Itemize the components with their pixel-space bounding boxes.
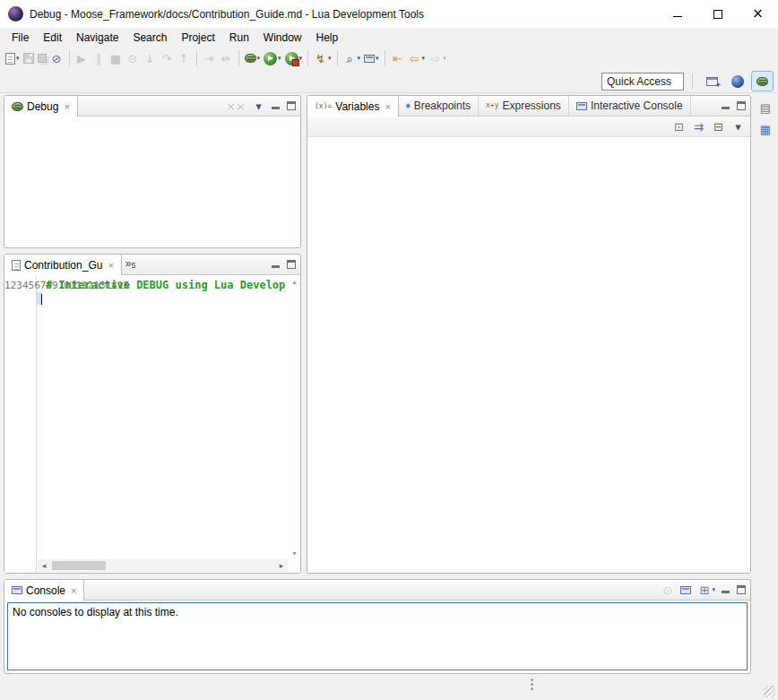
text-caret (41, 294, 42, 305)
save-all-icon[interactable] (36, 48, 48, 68)
tab-breakpoints[interactable]: ◉Breakpoints (399, 96, 479, 116)
remove-all-terminated-icon[interactable]: ×× (224, 97, 247, 115)
maximize-view-icon-shape (287, 260, 296, 269)
window-resize-grip[interactable] (764, 686, 775, 697)
tab-interactive-console-icon (576, 102, 587, 110)
maximize-view-icon[interactable] (285, 97, 298, 115)
display-selected-console-icon[interactable] (679, 581, 693, 599)
editor-line-2[interactable]: # Interactive DEBUG using Lua Develop (41, 279, 285, 291)
back-icon[interactable]: ⇦▾ (406, 48, 428, 68)
perspective-switcher (701, 71, 774, 91)
minimize-window-button[interactable] (657, 0, 697, 28)
tab-label: Expressions (503, 99, 561, 112)
terminate-icon[interactable]: ■ (108, 48, 125, 68)
maximize-view-icon[interactable] (735, 581, 748, 599)
use-step-filters-icon[interactable]: ↮ (218, 48, 235, 68)
menu-search[interactable]: Search (125, 30, 174, 46)
sash-grip[interactable] (531, 678, 533, 681)
scroll-left-icon[interactable]: ◂ (38, 559, 50, 572)
minimize-view-icon[interactable] (270, 255, 282, 273)
debug-icon[interactable]: ▾ (243, 48, 263, 68)
open-console-icon[interactable]: ⊞▾ (696, 581, 717, 599)
tab-variables[interactable]: (x)=Variables× (307, 96, 399, 117)
debug-view: Debug × ××▾ (4, 95, 301, 248)
collapse-all-icon[interactable]: ⊟ (710, 117, 727, 137)
menu-help[interactable]: Help (309, 30, 346, 46)
resume-icon[interactable]: ▶ (73, 48, 91, 68)
minimize-view-icon[interactable] (720, 581, 732, 599)
tab-label: Console (26, 584, 65, 597)
run-icon[interactable]: ▾ (262, 48, 283, 68)
lua-perspective-icon[interactable] (726, 71, 748, 91)
toolbar-separator (238, 50, 239, 66)
disconnect-icon[interactable]: ⊝ (125, 48, 142, 68)
minimize-view-icon-shape (722, 586, 730, 594)
minimized-view-outline-icon[interactable]: ▦ (756, 120, 774, 138)
dropdown-arrow-icon: ▾ (16, 55, 20, 62)
chevron-icon: » (125, 257, 132, 270)
variables-tab-list: (x)=Variables×◉Breakpointsx+yExpressions… (307, 96, 691, 116)
menu-project[interactable]: Project (174, 30, 221, 46)
new-wizard-icon[interactable]: ▾ (4, 48, 22, 68)
editor-line-15[interactable] (37, 292, 42, 305)
open-resource-icon[interactable]: ▾ (362, 48, 381, 68)
maximize-window-button[interactable] (697, 0, 738, 28)
step-over-icon[interactable]: ↷ (159, 48, 176, 68)
maximize-view-icon[interactable] (285, 255, 298, 273)
text-editor[interactable]: # Interactive DEBUG using Lua DevelopThe… (37, 276, 289, 573)
editor-vertical-scrollbar[interactable]: ▴ ▾ (289, 276, 300, 573)
close-icon[interactable]: × (108, 260, 113, 271)
variables-window-buttons (720, 96, 750, 116)
scroll-up-icon[interactable]: ▴ (292, 279, 296, 286)
skip-all-breakpoints-icon[interactable]: ⊘ (48, 48, 65, 68)
editor-window-buttons (270, 255, 300, 274)
show-type-names-icon[interactable]: ⊡ (670, 117, 687, 137)
view-menu-icon[interactable]: ▾ (730, 117, 747, 137)
maximize-view-icon[interactable] (735, 97, 748, 115)
step-return-icon[interactable]: ↑ (176, 48, 193, 68)
search-icon[interactable]: ⌕▾ (341, 48, 363, 68)
dropdown-arrow-icon: ▾ (257, 55, 261, 62)
scroll-down-icon[interactable]: ▾ (292, 550, 296, 557)
run-icon-shape (264, 52, 277, 65)
pin-console-icon[interactable]: ⊙ (659, 581, 676, 599)
menu-run[interactable]: Run (222, 30, 256, 46)
editor-tab-overflow[interactable]: » 5 (122, 255, 140, 274)
forward-icon[interactable]: ⇨▾ (427, 48, 448, 68)
menu-file[interactable]: File (4, 30, 36, 46)
quick-access-box[interactable]: Quick Access (601, 73, 684, 91)
debug-view-header: Debug × ××▾ (4, 96, 300, 117)
tab-interactive-console[interactable]: Interactive Console (569, 96, 691, 116)
minimized-view-palette-icon[interactable]: ▤ (756, 99, 774, 117)
suspend-icon[interactable]: ∥ (91, 48, 108, 68)
close-icon[interactable]: × (71, 585, 76, 596)
tab-debug[interactable]: Debug × (4, 96, 78, 117)
minimize-view-icon[interactable] (720, 97, 732, 115)
step-into-icon[interactable]: ↓ (142, 48, 159, 68)
editor-line-3[interactable] (285, 279, 289, 291)
debug-perspective-icon[interactable] (751, 71, 774, 91)
console-content[interactable]: No consoles to display at this time. (7, 602, 748, 670)
tab-expressions[interactable]: x+yExpressions (479, 96, 569, 116)
coverage-icon[interactable]: ▾ (283, 48, 305, 68)
external-tools-icon[interactable]: ↯▾ (312, 48, 333, 68)
run-to-line-icon[interactable]: ⇥ (201, 48, 218, 68)
view-menu-icon[interactable]: ▾ (250, 97, 267, 115)
minimize-view-icon[interactable] (270, 97, 282, 115)
scrollbar-thumb[interactable] (52, 561, 106, 570)
close-icon[interactable]: × (385, 101, 390, 112)
menu-navigate[interactable]: Navigate (69, 30, 125, 46)
open-perspective-icon[interactable] (701, 71, 723, 91)
last-edit-location-icon[interactable]: ⇤ (389, 48, 406, 68)
tab-console[interactable]: Console × (4, 580, 84, 601)
editor-horizontal-scrollbar[interactable]: ◂ ▸ (38, 559, 288, 572)
save-icon[interactable] (22, 48, 36, 68)
show-logical-structures-icon[interactable]: ⇉ (690, 117, 707, 137)
close-window-button[interactable]: × (738, 0, 778, 28)
menu-edit[interactable]: Edit (36, 30, 69, 46)
dropdown-arrow-icon: ▾ (422, 55, 426, 62)
menu-window[interactable]: Window (256, 30, 309, 46)
tab-contribution-guide[interactable]: Contribution_Gu × (4, 255, 122, 275)
scroll-right-icon[interactable]: ▸ (275, 559, 288, 572)
close-icon[interactable]: × (64, 101, 69, 112)
